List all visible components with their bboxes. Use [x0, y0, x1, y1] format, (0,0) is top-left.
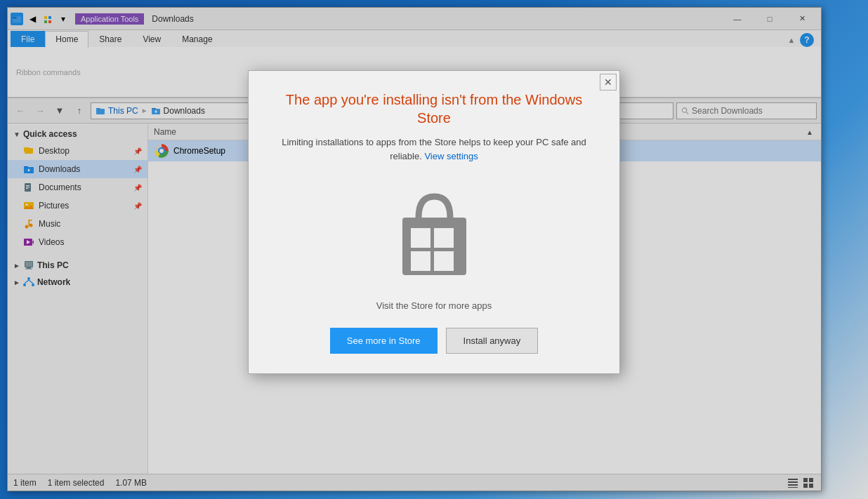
modal-dialog: ✕ The app you're installing isn't from t…: [248, 70, 620, 374]
svg-rect-56: [434, 251, 454, 271]
modal-title: The app you're installing isn't from the…: [271, 91, 597, 127]
modal-subtitle: Limiting installations to apps from the …: [271, 135, 597, 163]
store-visit-text: Visit the Store for more apps: [271, 300, 597, 311]
store-icon-container: [378, 177, 490, 289]
svg-rect-55: [411, 251, 430, 271]
view-settings-link[interactable]: View settings: [424, 151, 478, 161]
modal-header: ✕: [249, 71, 619, 91]
modal-body: The app you're installing isn't from the…: [249, 91, 619, 373]
see-more-store-button[interactable]: See more in Store: [330, 328, 438, 354]
svg-rect-53: [411, 228, 430, 248]
install-anyway-button[interactable]: Install anyway: [446, 328, 539, 354]
windows-store-icon: [380, 179, 489, 288]
modal-overlay: ✕ The app you're installing isn't from t…: [0, 0, 868, 499]
modal-buttons: See more in Store Install anyway: [271, 328, 597, 354]
modal-close-button[interactable]: ✕: [600, 74, 617, 91]
svg-rect-54: [434, 228, 454, 248]
